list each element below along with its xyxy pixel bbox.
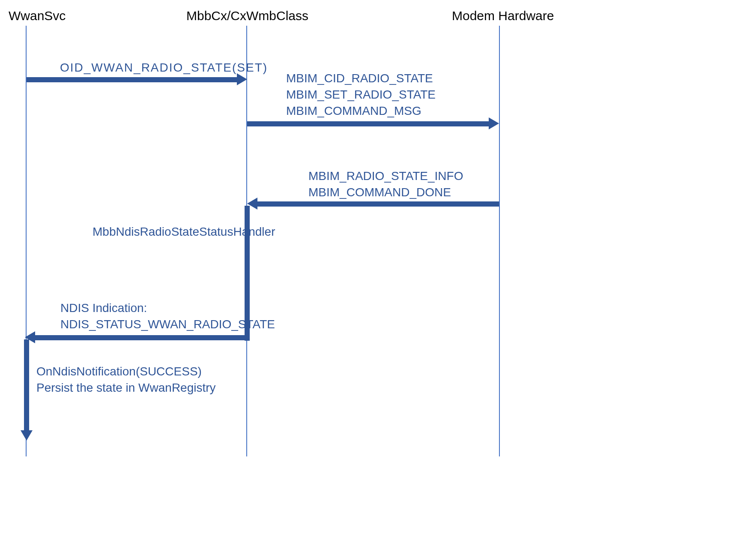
msg-notif-line2: Persist the state in WwanRegistry [36,380,216,396]
msg-notif-line1: OnNdisNotification(SUCCESS) [36,363,216,380]
msg-ndis-ind-arrow [34,335,250,340]
msg-mbim-resp-line2: MBIM_COMMAND_DONE [308,184,463,201]
lifeline-modem [499,26,500,456]
activation-wwansvc [24,339,29,431]
msg-mbim-resp-line1: MBIM_RADIO_STATE_INFO [308,168,463,184]
msg-oid-set-arrow [27,77,238,82]
msg-notif-label: OnNdisNotification(SUCCESS) Persist the … [36,363,216,396]
msg-ndis-ind-line1: NDIS Indication: [60,300,275,316]
participant-wwansvc: WwanSvc [9,9,66,23]
msg-mbim-cmd-arrowhead [489,117,499,129]
activation-wwansvc-arrowhead [21,430,33,441]
msg-mbim-cmd-line3: MBIM_COMMAND_MSG [286,103,436,119]
msg-mbim-cmd-label: MBIM_CID_RADIO_STATE MBIM_SET_RADIO_STAT… [286,70,436,119]
msg-ndis-ind-line2: NDIS_STATUS_WWAN_RADIO_STATE [60,316,275,333]
msg-oid-set-arrowhead [237,73,247,85]
participant-mbbcx: MbbCx/CxWmbClass [186,9,308,23]
msg-handler-label: MbbNdisRadioStateStatusHandler [93,224,275,240]
msg-ndis-ind-label: NDIS Indication: NDIS_STATUS_WWAN_RADIO_… [60,300,275,333]
msg-mbim-cmd-line1: MBIM_CID_RADIO_STATE [286,70,436,87]
msg-mbim-resp-label: MBIM_RADIO_STATE_INFO MBIM_COMMAND_DONE [308,168,463,201]
msg-mbim-cmd-line2: MBIM_SET_RADIO_STATE [286,87,436,103]
participant-modem: Modem Hardware [452,9,554,23]
msg-mbim-resp-arrow [257,201,499,207]
msg-mbim-cmd-arrow [247,121,490,126]
